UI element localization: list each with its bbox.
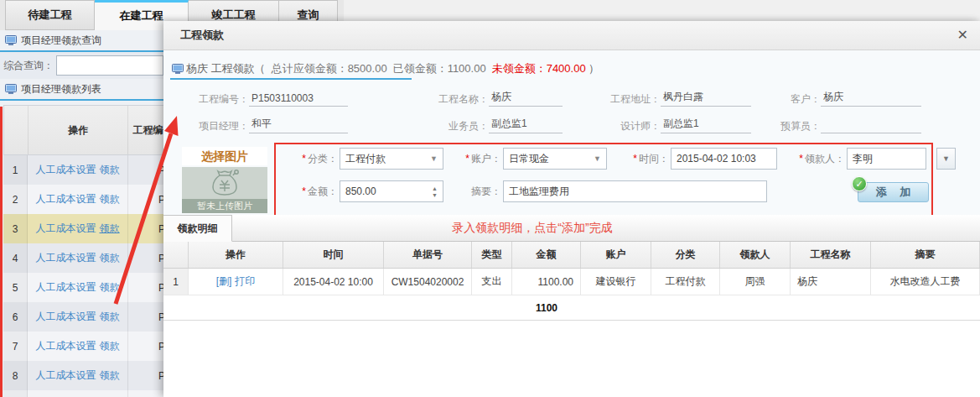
payee-dropdown-button[interactable]: ▼: [936, 148, 956, 170]
row-actions: 人工成本设置领款: [28, 302, 128, 332]
labor-cost-setup-link[interactable]: 人工成本设置: [36, 339, 96, 353]
monitor-icon: [5, 35, 17, 45]
time-label: *时间：: [611, 152, 669, 166]
detail-total-row: 1100: [163, 295, 980, 321]
summary-suffix: ）: [589, 61, 599, 76]
chevron-down-icon: ▼: [594, 154, 601, 163]
labor-cost-setup-link[interactable]: 人工成本设置: [36, 251, 96, 265]
monitor-icon: [172, 64, 184, 74]
tab-pending-projects[interactable]: 待建工程: [5, 0, 95, 30]
header-operation: 操作: [29, 106, 129, 154]
close-icon[interactable]: ✕: [957, 29, 968, 42]
field-project-name: 工程名称： 杨庆: [415, 88, 563, 107]
field-value: 副总监1: [661, 117, 751, 133]
time-input[interactable]: 2015-04-02 10:03: [671, 148, 777, 170]
labor-cost-setup-link[interactable]: 人工成本设置: [36, 310, 96, 324]
col-time: 时间: [283, 242, 384, 268]
summary-total: 总计应领金额：8500.00: [272, 61, 387, 76]
detail-tabstrip: 领款明细 录入领款明细，点击“添加”完成: [163, 215, 980, 242]
image-placeholder[interactable]: 暂未上传图片: [182, 167, 267, 213]
draw-payment-link[interactable]: 领款: [100, 280, 120, 295]
draw-payment-link[interactable]: 领款: [100, 222, 120, 236]
payment-summary: 杨庆 工程领款（ 总计应领金额：8500.00 已领金额：1100.00 未领金…: [172, 61, 599, 76]
search-label: 综合查询：: [3, 59, 54, 73]
category-value: 工程付款: [345, 152, 386, 166]
col-doc-no: 单据号: [384, 242, 472, 268]
labor-cost-setup-link[interactable]: 人工成本设置: [36, 222, 96, 236]
image-placeholder-text: 暂未上传图片: [182, 199, 267, 213]
cell-type: 支出: [472, 269, 512, 295]
row-number: 4: [3, 243, 28, 273]
col-operation: 操作: [189, 242, 283, 268]
field-project-code: 工程编号： P1503110003: [172, 88, 348, 107]
row-number: 6: [3, 302, 28, 332]
money-bag-icon: [207, 168, 242, 200]
payee-label: *领款人：: [779, 152, 845, 166]
cell-amount: 1100.00: [512, 269, 581, 295]
field-value: 和平: [249, 117, 348, 133]
field-label: 项目经理：: [172, 119, 249, 133]
choose-image-button[interactable]: 选择图片: [182, 147, 267, 165]
time-value: 2015-04-02 10:03: [677, 153, 756, 165]
labor-cost-setup-link[interactable]: 人工成本设置: [36, 368, 96, 383]
field-estimator: 预算员：: [769, 115, 921, 133]
add-button[interactable]: 添 加: [858, 182, 929, 202]
row-actions: 人工成本设置领款: [28, 243, 128, 273]
cell-rownum: 1: [163, 269, 189, 295]
row-actions: 人工成本设置领款: [28, 390, 128, 397]
labor-cost-setup-link[interactable]: 人工成本设置: [36, 192, 96, 206]
row-number: 3: [3, 214, 28, 243]
detail-total: 1100: [512, 302, 581, 314]
col-category: 分类: [651, 242, 720, 268]
draw-payment-link[interactable]: 领款: [100, 310, 120, 324]
draw-payment-link[interactable]: 领款: [100, 368, 120, 383]
cell-memo: 水电改造人工费: [871, 269, 980, 295]
draw-payment-link[interactable]: 领款: [100, 163, 120, 177]
payment-detail-table: 操作 时间 单据号 类型 金额 账户 分类 领款人 工程名称 摘要 1 [删] …: [163, 242, 980, 321]
list-panel-title: 项目经理领款列表: [21, 82, 101, 97]
cell-operation: [删] 打印: [189, 269, 283, 295]
amount-input[interactable]: 850.00 ▲▼: [340, 180, 443, 202]
field-designer: 设计师： 副总监1: [587, 115, 751, 133]
row-actions: 人工成本设置领款: [28, 155, 128, 185]
payment-dialog: 工程领款 ✕ 杨庆 工程领款（ 总计应领金额：8500.00 已领金额：1100…: [163, 21, 980, 397]
dialog-title: 工程领款: [180, 28, 224, 43]
tab-payment-detail[interactable]: 领款明细: [163, 215, 232, 242]
search-input[interactable]: [56, 55, 163, 76]
field-customer: 客户： 杨庆: [769, 88, 921, 107]
field-value: 副总监1: [489, 117, 563, 133]
account-value: 日常现金: [509, 152, 549, 166]
delete-link[interactable]: [删]: [216, 274, 232, 289]
draw-payment-link[interactable]: 领款: [100, 192, 120, 206]
summary-underline: [170, 78, 412, 80]
field-value: 枫丹白露: [661, 90, 751, 107]
payee-input[interactable]: 李明: [847, 148, 926, 170]
field-value: P1503110003: [249, 92, 348, 107]
field-label: 工程编号：: [172, 92, 249, 107]
required-mark: *: [465, 153, 469, 165]
print-link[interactable]: 打印: [235, 274, 255, 289]
account-select[interactable]: 日常现金 ▼: [503, 148, 607, 170]
field-label: 客户：: [769, 92, 821, 107]
category-label: *分类：: [276, 152, 338, 166]
field-label: 预算员：: [769, 119, 821, 133]
col-type: 类型: [472, 242, 512, 268]
amount-value: 850.00: [345, 185, 376, 197]
cell-payee: 周强: [720, 269, 791, 295]
col-payee: 领款人: [720, 242, 791, 268]
labor-cost-setup-link[interactable]: 人工成本设置: [36, 163, 96, 177]
col-amount: 金额: [512, 242, 581, 268]
category-select[interactable]: 工程付款 ▼: [340, 148, 443, 170]
draw-payment-link[interactable]: 领款: [100, 339, 120, 353]
header-row-number: [4, 106, 29, 154]
row-number: 2: [3, 185, 28, 214]
labor-cost-setup-link[interactable]: 人工成本设置: [36, 280, 96, 295]
required-mark: *: [302, 185, 306, 197]
col-project-name: 工程名称: [791, 242, 871, 268]
memo-input[interactable]: 工地监理费用: [503, 180, 767, 202]
cell-category: 工程付款: [651, 269, 720, 295]
draw-payment-link[interactable]: 领款: [100, 251, 120, 265]
row-actions: 人工成本设置领款: [28, 273, 128, 302]
col-account: 账户: [581, 242, 651, 268]
required-mark: *: [302, 153, 306, 165]
